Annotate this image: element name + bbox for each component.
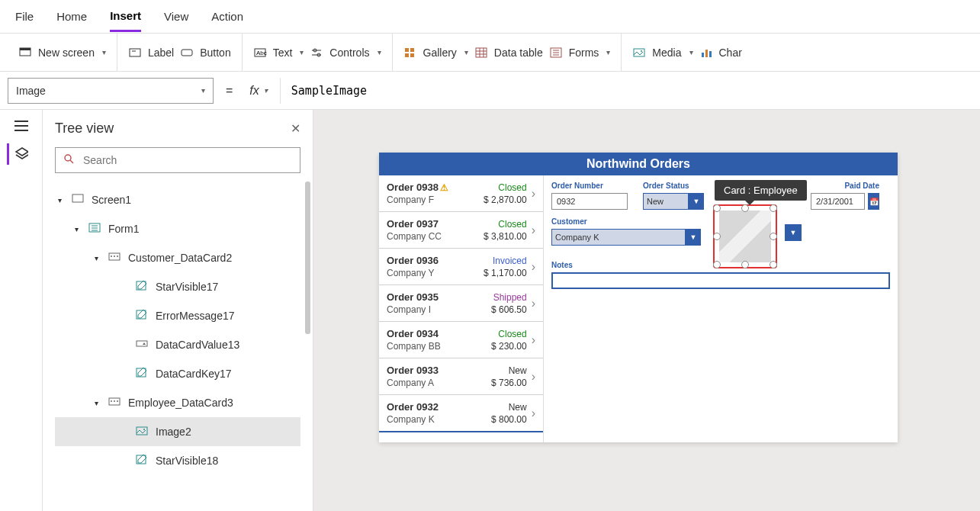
caret-icon: ▾ — [95, 254, 102, 262]
tree-item-datacardvalue13[interactable]: DataCardValue13 — [55, 330, 300, 359]
order-company: Company A — [387, 378, 491, 388]
resize-handle[interactable] — [770, 261, 777, 268]
property-selector[interactable]: Image ▾ — [8, 78, 214, 104]
tree-item-label: Screen1 — [92, 194, 131, 206]
tree-item-label: Employee_DataCard3 — [128, 397, 233, 409]
tree-item-image2[interactable]: Image2 — [55, 417, 300, 446]
label-icon — [128, 46, 142, 59]
datatable-button[interactable]: Data table — [474, 46, 543, 59]
tree-item-label: Form1 — [108, 223, 139, 235]
resize-handle[interactable] — [770, 233, 777, 240]
order-number-field[interactable]: 0932 — [551, 193, 628, 210]
tree-item-datacardkey17[interactable]: DataCardKey17 — [55, 359, 300, 388]
order-list-item[interactable]: Order 0937Company CCClosed$ 3,810.00› — [379, 212, 543, 249]
orders-gallery[interactable]: Order 0938⚠Company FClosed$ 2,870.00›Ord… — [379, 175, 544, 442]
order-list-item[interactable]: Order 0936Company YInvoiced$ 1,170.00› — [379, 249, 543, 285]
menu-insert[interactable]: Insert — [110, 2, 141, 32]
edit-icon — [136, 368, 149, 379]
order-amount: $ 1,170.00 — [484, 268, 527, 278]
tree-view-tab[interactable] — [14, 146, 28, 162]
svg-point-49 — [143, 429, 145, 430]
chevron-down-icon: ▾ — [689, 48, 693, 56]
svg-rect-11 — [405, 48, 409, 52]
order-amount: $ 800.00 — [491, 414, 527, 425]
close-icon[interactable]: ✕ — [291, 121, 300, 136]
hamburger-button[interactable] — [14, 121, 28, 131]
svg-point-29 — [65, 155, 71, 161]
employee-image-card[interactable]: Card : Employee — [713, 204, 777, 268]
order-status-label: Order Status — [643, 182, 704, 190]
order-number: Order 0937 — [387, 218, 484, 230]
fx-button[interactable]: fx▾ — [245, 84, 272, 98]
notes-field[interactable] — [551, 272, 890, 289]
app-preview: Northwind Orders Order 0938⚠Company FClo… — [379, 153, 898, 442]
calendar-icon[interactable]: 📅 — [868, 193, 879, 210]
screen-icon — [18, 46, 32, 59]
order-status-select[interactable]: New▼ — [643, 193, 704, 210]
canvas[interactable]: Northwind Orders Order 0938⚠Company FClo… — [313, 110, 980, 511]
svg-point-39 — [117, 256, 118, 257]
forms-button[interactable]: Forms▾ — [549, 46, 611, 59]
formula-input[interactable] — [280, 78, 972, 104]
order-company: Company F — [387, 194, 484, 205]
tree-item-errormessage17[interactable]: ErrorMessage17 — [55, 301, 300, 330]
svg-rect-26 — [702, 53, 704, 57]
resize-handle[interactable] — [741, 204, 749, 212]
order-list-item[interactable]: Order 0932Company KNew$ 800.00› — [379, 395, 543, 432]
equals-sign: = — [221, 84, 237, 98]
order-list-item[interactable]: Order 0938⚠Company FClosed$ 2,870.00› — [379, 175, 543, 212]
controls-button[interactable]: Controls▾ — [310, 46, 381, 59]
charts-button[interactable]: Char — [699, 46, 742, 59]
customer-select[interactable]: Company K▼ — [551, 229, 701, 246]
order-number: Order 0932 — [387, 401, 491, 413]
resize-handle[interactable] — [713, 204, 721, 212]
forms-icon — [549, 46, 563, 59]
chevron-right-icon: › — [532, 297, 535, 310]
button-button[interactable]: Button — [180, 46, 230, 59]
svg-point-37 — [111, 256, 112, 257]
order-list-item[interactable]: Order 0935Company IShipped$ 606.50› — [379, 285, 543, 322]
order-list-item[interactable]: Order 0933Company ANew$ 736.00› — [379, 358, 543, 395]
search-input[interactable] — [55, 147, 300, 173]
order-amount: $ 2,870.00 — [484, 194, 527, 205]
employee-dropdown[interactable]: ▼ — [785, 224, 802, 241]
menu-view[interactable]: View — [164, 2, 188, 31]
new-screen-button[interactable]: New screen▾ — [18, 46, 106, 59]
tree-item-employee-datacard3[interactable]: ▾Employee_DataCard3 — [55, 388, 300, 417]
svg-point-25 — [641, 50, 642, 52]
text-icon: Abc — [253, 46, 267, 59]
label-button[interactable]: Label — [128, 46, 174, 59]
tree-item-form1[interactable]: ▾Form1 — [55, 214, 300, 243]
order-number: Order 0933 — [387, 365, 491, 376]
menu-home[interactable]: Home — [56, 2, 87, 31]
image-icon — [136, 426, 149, 437]
tree-item-customer-datacard2[interactable]: ▾Customer_DataCard2 — [55, 243, 300, 272]
gallery-button[interactable]: Gallery▾ — [403, 46, 468, 59]
tree-item-screen1[interactable]: ▾Screen1 — [55, 185, 300, 214]
edit-icon — [136, 455, 149, 466]
paid-date-label: Paid Date — [811, 182, 879, 190]
resize-handle[interactable] — [713, 233, 721, 240]
media-button[interactable]: Media▾ — [632, 46, 692, 59]
svg-rect-14 — [410, 53, 414, 57]
svg-rect-28 — [709, 51, 712, 57]
tree-item-starvisible18[interactable]: StarVisible18 — [55, 446, 300, 475]
tree-item-starvisible17[interactable]: StarVisible17 — [55, 272, 300, 301]
dropdown-icon — [136, 339, 149, 350]
app-title: Northwind Orders — [379, 153, 898, 175]
caret-icon: ▾ — [95, 399, 102, 407]
scrollbar[interactable] — [305, 182, 310, 334]
paid-date-field[interactable]: 2/31/2001 📅 — [811, 193, 879, 210]
chevron-right-icon: › — [532, 333, 535, 347]
gallery-icon — [403, 46, 417, 59]
svg-rect-2 — [130, 49, 140, 56]
resize-handle[interactable] — [770, 204, 777, 212]
selection-tooltip: Card : Employee — [715, 180, 807, 201]
text-button[interactable]: Abc Text▾ — [253, 46, 304, 59]
order-list-item[interactable]: Order 0934Company BBClosed$ 230.00› — [379, 322, 543, 358]
menu-file[interactable]: File — [15, 2, 34, 31]
svg-rect-48 — [137, 427, 147, 435]
resize-handle[interactable] — [713, 261, 721, 268]
resize-handle[interactable] — [741, 261, 749, 268]
menu-action[interactable]: Action — [211, 2, 243, 31]
